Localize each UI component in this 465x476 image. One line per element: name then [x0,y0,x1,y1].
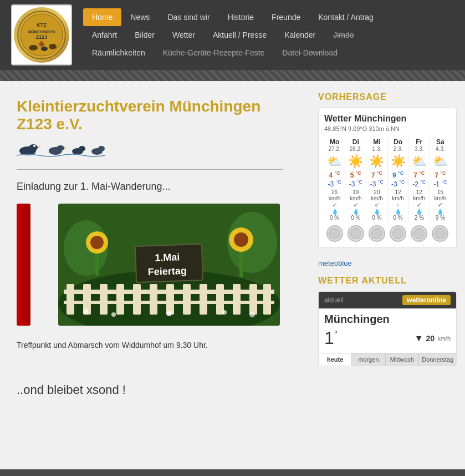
wo-wind-arrow-icon: ▼ [415,333,423,343]
weather-day-mo: Mo 27.2. ⛅ 4 °C -3 °C 26 km/h↙ 💧 0 % [324,136,345,222]
precip-pct-mi: 0 % [367,215,386,221]
nav-raeumlichkeiten[interactable]: Räumlichkeiten [83,44,154,62]
weather-icon-sa: ⛅ [431,154,449,169]
svg-rect-30 [239,252,243,277]
site-logo[interactable]: KTZ MÜNCHINGEN Z123 [11,4,72,65]
temp-low-di: -3 °C [346,179,365,188]
day-date-mi: 1.3. [367,146,386,152]
nav-das-sind-wir[interactable]: Das sind wir [159,8,218,26]
red-accent [17,204,30,326]
weather-day-do: Do 2.3. ☀️ 9 °C -3 °C 12 km/h↓ 💧 0 % [388,136,409,222]
nav-container: KTZ MÜNCHINGEN Z123 Home News Das sind [0,0,465,70]
svg-rect-45 [263,284,271,315]
temp-low-sa: -1 °C [431,179,449,188]
nav-datei[interactable]: Datei-Download [273,44,346,62]
nav-kueche[interactable]: Küche-Geräte-Rezepte-Feste [154,44,274,62]
temp-low-mi: -3 °C [367,179,386,188]
weather-coords: 48.85°N 9.09°O 310m ü.NN [324,125,451,132]
wind-mo: 26 km/h↙ [325,189,344,207]
nav-historie[interactable]: Historie [219,8,263,26]
svg-rect-38 [150,284,157,315]
svg-point-50 [111,312,116,317]
wo-city: Münchingen [319,308,456,328]
temp-high-mi: 7 °C [367,170,386,179]
svg-rect-39 [166,284,174,315]
weather-day-mi: Mi 1.3. ☀️ 7 °C -3 °C 20 km/h↙ 💧 0 % [366,136,387,222]
svg-point-53 [249,312,255,317]
temp-low-do: -3 °C [389,179,407,188]
svg-point-15 [57,145,64,151]
temp-high-di: 5 °C [346,170,365,179]
nav-wetter[interactable]: Wetter [163,26,204,44]
svg-text:KTZ: KTZ [37,22,47,28]
content-divider [17,169,283,170]
wo-tab-donnerstag[interactable]: Donnerstag [419,353,456,366]
svg-point-26 [90,236,104,249]
wind-sa: 15 km/h↙ [431,189,449,207]
temp-high-mo: 4 °C [325,170,344,179]
precip-do: 💧 [389,209,407,215]
temp-high-fr: 7 °C [410,170,428,179]
day-name-do: Do [389,138,407,146]
svg-rect-35 [100,284,108,315]
day-date-di: 28.2. [346,146,365,152]
nav-jimdo[interactable]: Jimdo [324,26,362,44]
uv-cell-di [345,225,366,242]
meteoblue-link[interactable]: meteoblue [318,259,457,267]
weather-days: Mo 27.2. ⛅ 4 °C -3 °C 26 km/h↙ 💧 0 % Di … [324,136,451,222]
wo-tab-morgen[interactable]: morgen [352,353,385,366]
svg-text:1.Mai: 1.Mai [155,251,180,264]
wind-di: 19 km/h↙ [346,189,365,207]
precip-sa: 💧 [431,209,449,215]
temp-low-fr: -2 °C [410,179,428,188]
forecast-section-title: VORHERSAGE [318,92,457,102]
duck-decoration [17,139,293,158]
nav-freunde[interactable]: Freunde [263,8,309,26]
weather-location: Wetter Münchingen [324,114,451,124]
wo-wind-unit: km/h [437,335,451,342]
weather-day-fr: Fr 3.3. ⛅ 7 °C -2 °C 12 km/h↙ 💧 2 % [409,136,430,222]
precip-mi: 💧 [367,209,386,215]
temp-high-do: 9 °C [389,170,407,179]
day-name-fr: Fr [410,138,428,146]
nav-bilder[interactable]: Bilder [126,26,163,44]
weather-day-sa: Sa 4.3. ⛅ 7 °C -1 °C 15 km/h↙ 💧 9 % [430,136,451,222]
uv-cell-mo [324,225,345,242]
svg-point-52 [222,310,227,315]
wo-footer: heute morgen Mittwoch Donnerstag [319,353,456,366]
day-name-mo: Mo [325,138,344,146]
precip-pct-fr: 2 % [410,215,428,221]
weather-widget: Wetter Münchingen 48.85°N 9.09°O 310m ü.… [318,108,457,248]
svg-rect-33 [67,284,74,315]
nav-home[interactable]: Home [83,8,121,26]
article-area: Kleintierzuchtverein Münchingen Z123 e.V… [0,81,310,469]
svg-point-13 [33,145,35,147]
precip-pct-di: 0 % [346,215,365,221]
wo-tab-heute[interactable]: heute [319,353,352,366]
svg-marker-12 [38,146,41,148]
wo-tab-mittwoch[interactable]: Mittwoch [386,353,419,366]
svg-point-7 [49,44,57,49]
decorative-stripe [0,70,465,81]
weather-icon-fr: ⛅ [410,154,428,169]
nav-kalender[interactable]: Kalender [275,26,324,44]
weather-icon-di: ☀️ [346,154,365,169]
nav-anfahrt[interactable]: Anfahrt [83,26,126,44]
svg-point-11 [29,144,38,151]
precip-pct-mo: 0 % [325,215,344,221]
nav-aktuell[interactable]: Aktuell / Presse [204,26,275,44]
nav-news[interactable]: News [121,8,159,26]
day-date-sa: 4.3. [431,146,449,152]
wo-aktuell-label: aktuell [324,296,344,304]
weather-icon-mo: ⛅ [325,154,344,169]
svg-point-18 [79,146,85,151]
svg-rect-27 [95,254,99,276]
nav-kontakt[interactable]: Kontakt / Antrag [309,8,382,26]
nav-row-1: Home News Das sind wir Historie Freunde … [83,8,454,26]
temp-high-sa: 7 °C [431,170,449,179]
temp-low-mo: -3 °C [325,179,344,188]
wo-brand: wetteronline [402,295,451,305]
day-name-sa: Sa [431,138,449,146]
site-title: Kleintierzuchtverein Münchingen Z123 e.V… [17,98,293,133]
wind-mi: 20 km/h↙ [367,189,386,207]
